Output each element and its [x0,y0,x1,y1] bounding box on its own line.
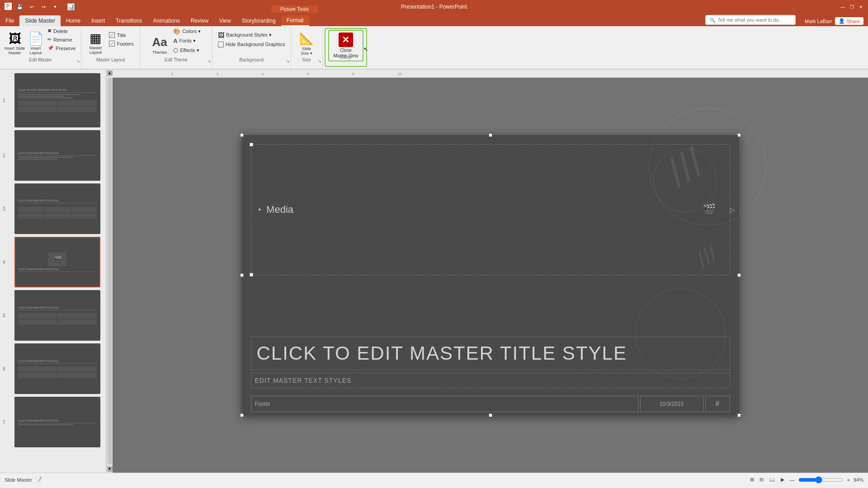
footer-box[interactable]: Footer [251,396,638,412]
slide-thumb-wrapper-1: 1 CLICK TO EDIT MASTER TITLE STYLE [11,73,104,127]
preserve-label: Preserve [56,46,75,51]
insert-layout-icon: 📄 [28,33,44,45]
search-input[interactable] [717,17,792,23]
tab-review[interactable]: Review [185,15,214,26]
delete-btn[interactable]: ✖ Delete [46,27,77,35]
title-checkbox-row[interactable]: ✓ Title [107,31,135,39]
slide-thumb-5[interactable]: CLICK TO EDIT MASTER TITLE STYLE [14,290,100,341]
minimize-btn[interactable]: — [839,3,846,10]
rename-btn[interactable]: ✏ Rename [46,36,77,43]
title-bar-left: 🅿 💾 ↩ ↪ ▼ 📊 [4,2,75,11]
edit-theme-expand[interactable]: ↘ [208,59,211,63]
slide-canvas[interactable]: /// /// ▷ • Media [242,135,739,415]
rename-label: Rename [53,37,72,42]
close-label: Close [326,55,367,60]
media-icon: 🎬 [703,203,716,216]
svg-text:4: 4 [262,72,264,76]
tab-transitions[interactable]: Transitions [110,15,147,26]
title-label: Title [117,33,126,38]
background-styles-btn[interactable]: 🖼 Background Styles ▾ [216,31,287,40]
scroll-thumb[interactable] [108,78,112,465]
redo-quick-btn[interactable]: ↪ [39,2,48,11]
slide-size-btn[interactable]: 📐 SlideSize ▾ [297,31,316,56]
slide-top-section[interactable]: ▷ • Media 🎬 [251,144,730,275]
thumb-2-content: CLICK TO EDIT MASTER TITLE STYLE [15,131,99,180]
slide-panel-scrollbar[interactable]: ▲ ▼ [106,70,113,473]
tab-view[interactable]: View [214,15,236,26]
effects-btn[interactable]: ⬡ Effects ▾ [171,46,203,55]
master-layout-btn[interactable]: ▦ MasterLayout [85,31,105,56]
svg-text:8: 8 [352,72,354,76]
search-bar[interactable]: 🔍 [705,15,796,25]
scroll-up[interactable]: ▲ [107,70,113,76]
normal-view-btn[interactable]: ⊞ [748,476,756,483]
zoom-in-btn[interactable]: + [847,477,850,483]
tab-home[interactable]: Home [61,15,86,26]
slide-num-3: 3 [3,206,5,211]
background-styles-label: Background Styles ▾ [226,32,272,38]
slide-thumb-2[interactable]: CLICK TO EDIT MASTER TITLE STYLE [14,130,100,181]
zoom-slider[interactable] [798,476,844,483]
slide-size-label: SlideSize ▾ [301,47,312,56]
handle-bl[interactable] [240,413,244,417]
handle-mr[interactable] [737,273,741,277]
preserve-btn[interactable]: 📌 Preserve [46,44,77,52]
undo-quick-btn[interactable]: ↩ [27,2,36,11]
scroll-down[interactable]: ▼ [107,466,113,472]
hide-background-checkbox[interactable] [218,42,224,47]
preserve-icon: 📌 [47,45,54,51]
colors-btn[interactable]: 🎨 Colors ▾ [171,27,203,36]
customize-quick-btn[interactable]: ▼ [51,2,60,11]
slide-sorter-btn[interactable]: ⊟ [758,476,765,483]
handle-tl[interactable] [240,133,244,137]
thumb-6-title: CLICK TO EDIT MASTER TITLE STYLE [18,360,97,364]
size-expand[interactable]: ↘ [318,59,321,63]
fonts-btn[interactable]: A Fonts ▾ [171,37,203,45]
tab-format[interactable]: Format [281,15,309,26]
status-right: ⊞ ⊟ 📖 ▶ — + 94% [748,476,863,483]
tab-file[interactable]: File [0,15,19,26]
master-text[interactable]: EDIT MASTER TEXT STYLES [251,373,730,388]
edit-master-expand[interactable]: ↘ [76,59,80,63]
themes-btn[interactable]: Aa Themes [150,34,170,56]
tab-insert[interactable]: Insert [86,15,110,26]
notes-icon[interactable]: 📝 [36,477,42,483]
handle-tr[interactable] [737,133,741,137]
insert-layout-btn[interactable]: 📄 InsertLayout [27,32,45,56]
close-btn[interactable]: ✕ [857,3,864,10]
share-button[interactable]: 👤 Share [835,17,863,25]
media-label: Media [266,204,293,216]
ruler-svg: 0 2 4 6 8 10 [126,70,868,78]
slide-thumb-1[interactable]: CLICK TO EDIT MASTER TITLE STYLE [14,73,100,127]
tab-slide-master[interactable]: Slide Master [19,15,61,26]
section-handle-bl[interactable] [250,273,253,277]
tab-animations[interactable]: Animations [147,15,185,26]
reading-view-btn[interactable]: 📖 [767,476,777,483]
handle-br[interactable] [737,413,741,417]
master-title[interactable]: CLICK TO EDIT MASTER TITLE STYLE [251,337,730,370]
zoom-level[interactable]: 94% [854,477,863,483]
title-checkbox[interactable]: ✓ [109,32,115,38]
zoom-out-btn[interactable]: — [790,477,795,483]
section-handle-tl[interactable] [250,143,253,146]
footer-date[interactable]: 10/3/2015 [640,396,703,412]
slide-thumb-4[interactable]: 🎬 CLICK TO EDIT MASTER TITLE STYLE [14,237,100,287]
footers-checkbox[interactable]: ✓ [109,41,115,47]
slide-thumb-6[interactable]: CLICK TO EDIT MASTER TITLE STYLE [14,343,100,394]
footer-page[interactable]: # [705,396,730,412]
tab-storyboarding[interactable]: Storyboarding [236,15,281,26]
footers-checkbox-row[interactable]: ✓ Footers [107,40,135,47]
handle-ml[interactable] [240,273,244,277]
insert-slide-master-btn[interactable]: 🖼 Insert SlideMaster [4,32,26,56]
hide-background-row[interactable]: Hide Background Graphics [216,41,287,48]
canvas-area: 0 2 4 6 8 10 /// /// [113,70,868,473]
background-expand[interactable]: ↘ [286,59,290,63]
save-quick-btn[interactable]: 💾 [15,2,24,11]
restore-btn[interactable]: ❐ [848,3,855,10]
thumb-4-content: 🎬 CLICK TO EDIT MASTER TITLE STYLE [15,238,99,286]
slide-thumb-3[interactable]: CLICK TO EDIT MASTER TITLE STYLE [14,183,100,234]
handle-tc[interactable] [489,133,492,137]
slide-thumb-wrapper-4: 4 🎬 CLICK TO EDIT MASTER TITLE STYLE [11,237,104,287]
slide-thumb-7[interactable]: CLICK TO EDIT MASTER TITLE STYLE [14,397,100,447]
slideshow-btn[interactable]: ▶ [779,476,786,483]
